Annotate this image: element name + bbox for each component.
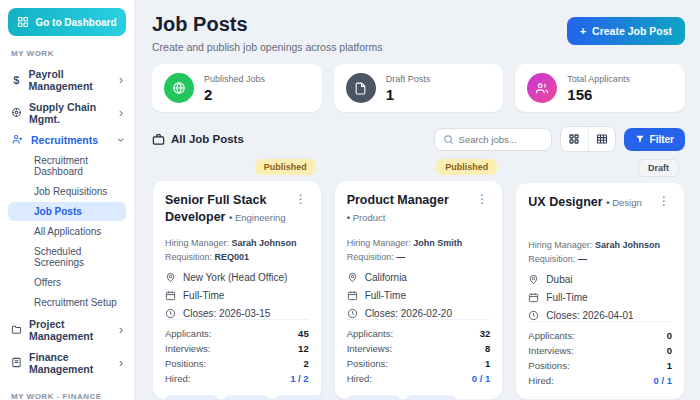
stat-value: 156 [567,86,630,103]
more-vertical-icon[interactable]: ⋮ [293,192,309,226]
search-input[interactable] [459,134,543,145]
stat-positions-label: Positions: [347,356,388,371]
job-stats: Applicants:45 Interviews:12 Positions:2 … [165,319,309,387]
platform-tag[interactable]: LinkedIn [347,395,400,400]
stat-interviews-value: 12 [298,341,309,356]
stat-applicants-value: 45 [298,326,309,341]
section-my-work-finance: MY WORK - FINANCE [11,392,123,400]
sidebar-item-label: Recruitments [31,134,98,146]
stat-interviews-label: Interviews: [528,343,573,358]
filter-button[interactable]: Filter [624,128,685,151]
platform-tag[interactable]: LinkedIn [165,395,218,400]
sidebar-item-project-management[interactable]: Project Management › [8,313,126,346]
stat-card-total-applicants: Total Applicants 156 [515,64,685,112]
map-pin-icon [165,272,176,283]
job-card-ux-designer[interactable]: UX Designer • Design ⋮ Hiring Manager: S… [515,182,685,400]
job-title: UX Designer • Design [528,194,641,228]
job-stats: Applicants:32 Interviews:8 Positions:1 H… [347,319,491,387]
sidebar-subitem-recruitment-dashboard[interactable]: Recruitment Dashboard [8,151,126,181]
more-vertical-icon[interactable]: ⋮ [474,192,490,226]
sidebar-item-supply-chain[interactable]: Supply Chain Mgmt. › [8,96,126,129]
requisition-label: Requisition: [347,252,394,262]
job-meta: Hiring Manager: Sarah Johnson Requisitio… [165,237,309,265]
hiring-manager-label: Hiring Manager: [347,238,411,248]
sidebar-subitem-recruitment-setup[interactable]: Recruitment Setup [8,293,126,312]
sidebar-subitem-all-applications[interactable]: All Applications [8,222,126,241]
job-closes: Closes: 2026-04-01 [546,310,633,321]
chevron-right-icon: › [119,76,123,84]
status-badge: Draft [638,159,679,177]
chevron-right-icon: › [119,359,123,367]
sidebar: Go to Dashboard MY WORK $ Payroll Manage… [0,0,135,400]
bullet-separator: • [229,212,232,223]
stat-applicants-label: Applicants: [165,326,211,341]
job-employment-type: Full-Time [365,290,406,301]
sidebar-item-label: Supply Chain Mgmt. [29,101,112,125]
platform-tag[interactable]: Website [275,395,325,400]
job-card-senior-full-stack-developer[interactable]: Senior Full Stack Developer • Engineerin… [152,180,322,400]
dollar-icon: $ [11,74,22,86]
job-closes: Closes: 2026-03-15 [183,308,270,319]
job-location-row: Dubai [528,274,672,285]
stat-applicants-value: 0 [667,328,672,343]
status-badge: Published [255,159,316,175]
platform-tag[interactable]: Website [406,395,456,400]
job-card-product-manager[interactable]: Product Manager • Product ⋮ Hiring Manag… [334,180,504,400]
stat-positions-label: Positions: [165,356,206,371]
map-pin-icon [347,272,358,283]
stat-card-published-jobs: Published Jobs 2 [152,64,322,112]
sidebar-item-label: Payroll Management [29,68,112,92]
stat-value: 1 [386,86,431,103]
job-card-column: Published Senior Full Stack Developer • … [152,159,322,400]
platform-tags: LinkedIn Website [347,395,491,400]
more-vertical-icon[interactable]: ⋮ [656,194,672,228]
stat-interviews-label: Interviews: [165,341,210,356]
sidebar-subitem-scheduled-screenings[interactable]: Scheduled Screenings [8,242,126,272]
stat-card-draft-posts: Draft Posts 1 [334,64,504,112]
platform-tags: LinkedIn Indeed Website [165,395,309,400]
job-type-row: Full-Time [347,290,491,301]
platform-tag[interactable]: Indeed [224,395,269,400]
job-location: California [365,272,407,283]
stats-row: Published Jobs 2 Draft Posts 1 Total App… [152,64,685,112]
job-location: Dubai [546,274,572,285]
jobs-toolbar: All Job Posts Filter [152,126,685,152]
sidebar-subitem-job-posts[interactable]: Job Posts [8,202,126,221]
clock-icon [528,310,539,321]
stat-hired-label: Hired: [165,371,190,386]
stat-applicants-value: 32 [480,326,491,341]
dashboard-grid-icon [17,16,29,28]
clock-icon [347,308,358,319]
filter-label: Filter [650,134,674,145]
go-to-dashboard-button[interactable]: Go to Dashboard [8,8,126,36]
search-box[interactable] [434,128,552,151]
sidebar-subitem-offers[interactable]: Offers [8,273,126,292]
job-employment-type: Full-Time [546,292,587,303]
stat-hired-value: 0 / 1 [472,371,491,386]
job-card-column: Draft UX Designer • Design ⋮ Hiring Mana… [515,159,685,400]
requisition-label: Requisition: [528,254,575,264]
sidebar-item-recruitments[interactable]: Recruitments › [8,129,126,150]
stat-value: 2 [204,86,265,103]
job-title: Senior Full Stack Developer • Engineerin… [165,192,293,226]
stat-label: Total Applicants [567,74,630,84]
sidebar-subitem-job-requisitions[interactable]: Job Requisitions [8,182,126,201]
create-job-post-button[interactable]: + Create Job Post [567,17,685,45]
stat-hired-label: Hired: [528,373,553,388]
hiring-manager-value: Sarah Johnson [232,238,297,248]
page-title: Job Posts [152,13,383,36]
stat-label: Published Jobs [204,74,265,84]
stat-interviews-value: 8 [485,341,490,356]
job-closes-row: Closes: 2026-03-15 [165,308,309,319]
job-stats: Applicants:0 Interviews:0 Positions:1 Hi… [528,321,672,389]
requisition-value: — [578,254,587,264]
job-cards: Published Senior Full Stack Developer • … [152,159,685,400]
job-title: Product Manager • Product [347,192,475,226]
sidebar-item-payroll[interactable]: $ Payroll Management › [8,63,126,96]
go-to-dashboard-label: Go to Dashboard [35,17,116,28]
job-department: Product [353,212,386,223]
grid-view-button[interactable] [561,127,588,151]
sidebar-item-finance-management[interactable]: Finance Management › [8,346,126,379]
job-location-row: New York (Head Office) [165,272,309,283]
table-view-button[interactable] [588,127,615,151]
